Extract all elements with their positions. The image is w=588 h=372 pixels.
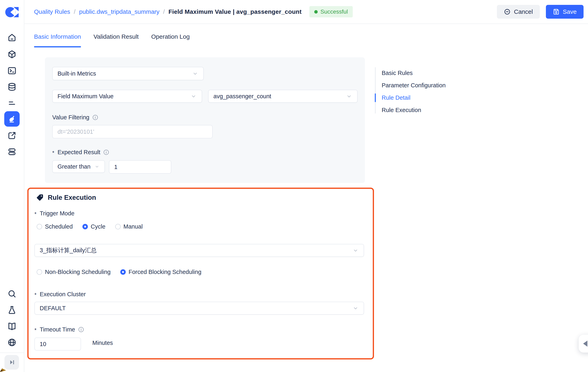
- expected-value-input[interactable]: [109, 160, 171, 174]
- rule-execution-title: Rule Execution: [48, 194, 96, 201]
- rule-execution-section: Rule Execution * Trigger Mode Scheduled …: [27, 188, 374, 360]
- cube-icon: [7, 50, 17, 59]
- radio-unchecked-icon: [37, 224, 42, 229]
- trigger-mode-radio-group: Scheduled Cycle Manual: [37, 223, 143, 230]
- circle-minus-icon: [504, 8, 511, 15]
- tab-basic-information[interactable]: Basic Information: [34, 24, 81, 49]
- radio-unchecked-icon: [115, 224, 121, 229]
- sidebar-divider: [0, 352, 24, 353]
- radio-cycle[interactable]: Cycle: [82, 223, 105, 230]
- sidebar-item-search[interactable]: [4, 286, 20, 302]
- breadcrumb-table[interactable]: public.dws_tripdata_summary: [79, 8, 159, 15]
- chevron-down-icon: [190, 93, 197, 99]
- expected-result-label: * Expected Result: [52, 148, 109, 156]
- metric-source-select[interactable]: Built-in Metrics: [52, 67, 204, 80]
- metric-type-value: Field Maximum Value: [57, 93, 114, 100]
- chevron-down-icon: [94, 164, 100, 169]
- radio-checked-icon: [120, 269, 126, 275]
- save-button[interactable]: Save: [546, 5, 584, 19]
- anchor-basic-rules[interactable]: Basic Rules: [375, 67, 468, 79]
- timeout-input[interactable]: [34, 338, 81, 350]
- home-icon: [7, 33, 17, 42]
- chevron-left-icon: [583, 341, 588, 347]
- required-marker: *: [34, 327, 36, 333]
- tab-operation-log[interactable]: Operation Log: [151, 24, 190, 49]
- brush-cursor-artifact: [0, 367, 9, 372]
- sidebar-item-resources[interactable]: [4, 144, 20, 159]
- sidebar-item-data-quality[interactable]: [4, 111, 20, 127]
- expected-operator-value: Greater than: [57, 163, 91, 170]
- tag-icon: [36, 194, 44, 201]
- cycle-task-value: 3_指标计算_daily汇总: [40, 246, 97, 254]
- field-select[interactable]: avg_passenger_count: [208, 90, 357, 103]
- expected-value-wrap: [109, 160, 161, 173]
- anchor-rule-detail[interactable]: Rule Detail: [375, 92, 468, 104]
- required-marker: *: [34, 292, 36, 298]
- brand-logo-icon[interactable]: [5, 6, 19, 19]
- radio-forced-blocking-scheduling[interactable]: Forced Blocking Scheduling: [120, 269, 201, 275]
- sidebar-item-data[interactable]: [4, 79, 20, 95]
- cycle-task-select[interactable]: 3_指标计算_daily汇总: [34, 244, 364, 257]
- required-marker: *: [52, 150, 54, 156]
- task-list-icon: [7, 98, 17, 108]
- sidebar: [0, 0, 24, 372]
- collapse-right-panel-button[interactable]: [579, 335, 588, 352]
- field-value: avg_passenger_count: [213, 93, 271, 100]
- metric-type-select[interactable]: Field Maximum Value: [52, 90, 202, 103]
- value-filtering-input[interactable]: [52, 125, 213, 138]
- sidebar-item-tasks[interactable]: [4, 95, 20, 111]
- search-icon: [7, 289, 17, 298]
- chevron-down-icon: [346, 93, 352, 99]
- anchor-nav: Basic Rules Parameter Configuration Rule…: [375, 67, 468, 116]
- sidebar-item-console[interactable]: [4, 63, 20, 78]
- breadcrumb-separator: /: [163, 8, 165, 15]
- radio-checked-icon: [82, 224, 88, 229]
- status-dot-icon: [314, 10, 318, 14]
- status-badge: Successful: [309, 6, 353, 17]
- sidebar-item-development[interactable]: [4, 47, 20, 62]
- radio-scheduled[interactable]: Scheduled: [37, 223, 73, 230]
- execution-cluster-value: DEFAULT: [40, 305, 66, 312]
- expand-sidebar-icon: [8, 358, 16, 366]
- sidebar-item-home[interactable]: [4, 30, 20, 45]
- chevron-down-icon: [352, 305, 359, 311]
- radio-non-blocking-scheduling[interactable]: Non-Blocking Scheduling: [37, 269, 111, 275]
- metric-source-value: Built-in Metrics: [57, 70, 96, 77]
- sidebar-item-share[interactable]: [4, 128, 20, 143]
- cancel-button[interactable]: Cancel: [497, 5, 540, 19]
- radio-manual[interactable]: Manual: [115, 223, 143, 230]
- timeout-value-wrap: [34, 338, 71, 350]
- book-icon: [7, 322, 17, 331]
- status-badge-label: Successful: [321, 9, 348, 15]
- chevron-down-icon: [352, 247, 359, 254]
- server-icon: [7, 147, 17, 156]
- globe-icon: [7, 338, 17, 347]
- timeout-unit-label: Minutes: [92, 339, 113, 346]
- sidebar-item-language[interactable]: [4, 335, 20, 350]
- info-icon[interactable]: [103, 149, 109, 155]
- info-icon[interactable]: [78, 326, 84, 333]
- header-actions: Cancel Save: [497, 5, 584, 19]
- anchor-parameter-configuration[interactable]: Parameter Configuration: [375, 79, 468, 92]
- tab-validation-result[interactable]: Validation Result: [94, 24, 139, 49]
- share-export-icon: [7, 131, 17, 140]
- sidebar-item-docs[interactable]: [4, 318, 20, 334]
- expected-operator-select[interactable]: Greater than: [52, 160, 105, 173]
- trigger-mode-label: * Trigger Mode: [34, 209, 74, 217]
- terminal-icon: [7, 66, 17, 75]
- timeout-time-label: * Timeout Time: [34, 326, 84, 333]
- app-root: Quality Rules / public.dws_tripdata_summ…: [0, 0, 588, 372]
- flask-icon: [7, 305, 17, 315]
- radio-unchecked-icon: [37, 269, 42, 275]
- info-icon[interactable]: [92, 114, 98, 120]
- anchor-rule-execution[interactable]: Rule Execution: [375, 104, 468, 116]
- execution-cluster-select[interactable]: DEFAULT: [34, 302, 364, 315]
- cancel-button-label: Cancel: [514, 8, 533, 15]
- save-floppy-icon: [553, 8, 560, 15]
- value-filtering-label: Value Filtering: [52, 113, 98, 121]
- breadcrumb-quality-rules[interactable]: Quality Rules: [34, 8, 70, 15]
- sidebar-item-experiment[interactable]: [4, 302, 20, 318]
- basic-rules-panel: Built-in Metrics Field Maximum Value avg…: [45, 57, 365, 183]
- breadcrumb-separator: /: [74, 8, 75, 15]
- save-button-label: Save: [563, 8, 577, 15]
